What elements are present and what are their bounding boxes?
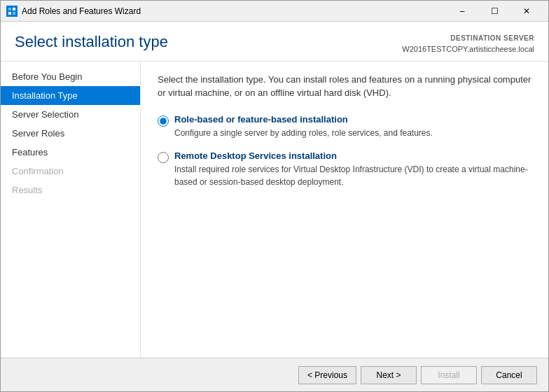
- page-header: Select installation type DESTINATION SER…: [1, 22, 548, 61]
- role-based-description: Configure a single server by adding role…: [174, 127, 433, 139]
- remote-desktop-title: Remote Desktop Services installation: [174, 150, 531, 161]
- sidebar-item-before-you-begin[interactable]: Before You Begin: [1, 67, 140, 86]
- page-title: Select installation type: [15, 33, 168, 51]
- next-button[interactable]: Next >: [361, 366, 417, 384]
- sidebar-item-results: Results: [1, 181, 140, 200]
- panel-description: Select the installation type. You can in…: [158, 73, 531, 100]
- role-based-option: Role-based or feature-based installation…: [158, 114, 531, 139]
- sidebar-item-installation-type[interactable]: Installation Type: [1, 86, 140, 105]
- app-icon: [6, 6, 18, 17]
- destination-label: DESTINATION SERVER: [402, 33, 534, 43]
- sidebar-item-features[interactable]: Features: [1, 143, 140, 162]
- window-controls: – ☐ ✕: [446, 1, 543, 22]
- role-based-radio[interactable]: [158, 115, 169, 127]
- role-based-content: Role-based or feature-based installation…: [174, 114, 433, 139]
- svg-rect-3: [13, 12, 15, 15]
- remote-desktop-option: Remote Desktop Services installation Ins…: [158, 150, 531, 188]
- remote-desktop-radio[interactable]: [158, 152, 169, 163]
- remote-desktop-content: Remote Desktop Services installation Ins…: [174, 150, 531, 188]
- sidebar-item-server-roles[interactable]: Server Roles: [1, 124, 140, 143]
- footer: < Previous Next > Install Cancel: [1, 358, 548, 391]
- maximize-button[interactable]: ☐: [478, 1, 510, 22]
- sidebar: Before You Begin Installation Type Serve…: [1, 62, 141, 358]
- svg-rect-0: [8, 8, 11, 10]
- main-panel: Select the installation type. You can in…: [141, 62, 548, 358]
- svg-rect-1: [13, 8, 15, 10]
- install-button: Install: [421, 366, 477, 384]
- previous-button[interactable]: < Previous: [298, 366, 356, 384]
- main-window: Add Roles and Features Wizard – ☐ ✕ Sele…: [0, 0, 549, 392]
- titlebar: Add Roles and Features Wizard – ☐ ✕: [1, 1, 548, 22]
- destination-server-info: DESTINATION SERVER W2016TESTCOPY.artisti…: [402, 33, 534, 55]
- close-button[interactable]: ✕: [510, 1, 543, 22]
- cancel-button[interactable]: Cancel: [481, 366, 537, 384]
- window-title: Add Roles and Features Wizard: [22, 6, 446, 16]
- sidebar-item-server-selection[interactable]: Server Selection: [1, 105, 140, 124]
- role-based-title: Role-based or feature-based installation: [174, 114, 433, 125]
- svg-rect-2: [8, 12, 11, 15]
- destination-server-name: W2016TESTCOPY.artisticcheese.local: [402, 43, 534, 55]
- installation-type-options: Role-based or feature-based installation…: [158, 114, 531, 188]
- main-body: Before You Begin Installation Type Serve…: [1, 62, 548, 358]
- minimize-button[interactable]: –: [446, 1, 478, 22]
- sidebar-item-confirmation: Confirmation: [1, 162, 140, 181]
- remote-desktop-description: Install required role services for Virtu…: [174, 163, 531, 188]
- content-area: Select installation type DESTINATION SER…: [1, 22, 548, 391]
